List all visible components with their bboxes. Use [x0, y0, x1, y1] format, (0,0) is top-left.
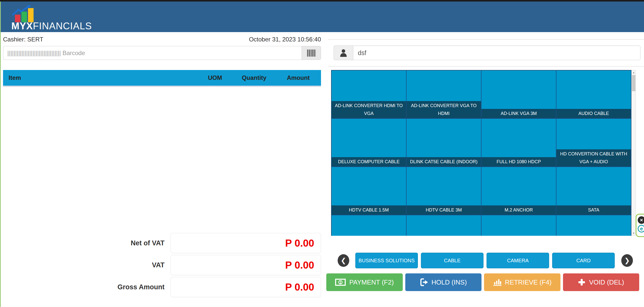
void-button[interactable]: VOID (DEL) — [563, 273, 639, 291]
product-tile[interactable]: HDTV CABLE 1.5M — [332, 167, 407, 215]
scrollbar-thumb[interactable] — [632, 75, 635, 91]
column-header-item: Item — [3, 74, 197, 81]
payment-button[interactable]: 1 PAYMENT (F2) — [326, 273, 403, 291]
product-tile[interactable]: M.2 ANCHOR — [481, 167, 556, 215]
payment-button-label: PAYMENT (F2) — [349, 278, 394, 286]
product-grid: AD-LINK CONVERTER HDMI TO VGA AD-LINK CO… — [331, 70, 631, 236]
barcode-input[interactable] — [3, 46, 302, 60]
product-tile-label: HDTV CABLE 1.5M — [332, 205, 406, 215]
total-row-vat: VAT P 0.00 — [3, 255, 321, 275]
product-tile[interactable] — [407, 215, 481, 236]
barcode-icon — [307, 50, 316, 57]
product-tile[interactable] — [481, 215, 556, 236]
product-tile[interactable]: DELUXE COMPUTER CABLE — [332, 119, 407, 167]
product-tile-label: DELUXE COMPUTER CABLE — [332, 157, 406, 167]
person-icon — [340, 49, 347, 57]
vat-label: VAT — [3, 255, 165, 275]
product-tile-label: AD-LINK VGA 3M — [481, 109, 556, 118]
scroll-down-arrow-icon[interactable]: ▼ — [632, 231, 636, 235]
product-tile[interactable]: AUDIO CABLE — [556, 70, 631, 119]
plus-icon — [578, 278, 585, 286]
hold-button[interactable]: HOLD (INS) — [405, 273, 482, 291]
retrieve-button-label: RETRIEVE (F4) — [505, 278, 552, 286]
gross-amount-label: Gross Amount — [3, 277, 165, 297]
product-tile-label: FULL HD 1080 HDCP — [481, 157, 556, 167]
brand-name-bold: MYX — [11, 21, 33, 31]
product-tile[interactable]: HDTV CABLE 3M — [407, 167, 481, 215]
product-tile-label: HD CONVERTION CABLE WITH VGA + AUDIO — [556, 149, 631, 167]
brand-name-light: FINANCIALS — [33, 21, 92, 31]
gross-amount-value: P 0.00 — [285, 281, 314, 293]
category-row: BUSINESS SOLUTIONS CABLE CAMERA CARD — [355, 253, 615, 268]
customer-addon — [334, 45, 353, 60]
total-row-net-of-vat: Net of VAT P 0.00 — [3, 233, 321, 253]
product-tile-label: AD-LINK CONVERTER HDMI TO VGA — [332, 101, 406, 118]
product-grid-scrollbar[interactable]: ▲ ▼ — [631, 70, 636, 236]
product-tile[interactable]: AD-LINK VGA 3M — [481, 70, 556, 119]
money-icon: 1 — [335, 278, 346, 286]
void-button-label: VOID (DEL) — [589, 278, 624, 286]
bar-chart-icon — [493, 278, 501, 286]
chevron-left-icon: ❮ — [341, 257, 346, 265]
customer-input[interactable] — [353, 45, 640, 60]
sign-out-icon — [420, 278, 428, 286]
product-tile-label: DLINK CAT5E CABLE (INDOOR) — [407, 157, 481, 167]
cashier-row: Cashier: SERT October 31, 2023 10:56:40 — [3, 35, 321, 44]
category-button-business-solutions[interactable]: BUSINESS SOLUTIONS — [355, 253, 418, 268]
product-tile[interactable]: HD CONVERTION CABLE WITH VGA + AUDIO — [556, 119, 631, 167]
navbar: MYXFINANCIALS — [1, 2, 644, 32]
barcode-group — [3, 46, 321, 60]
customer-group — [334, 45, 640, 60]
product-tile-label: AUDIO CABLE — [556, 109, 631, 118]
net-of-vat-label: Net of VAT — [3, 233, 165, 253]
product-tile-label: AD-LINK CONVERTER VGA TO HDMI — [407, 101, 481, 118]
right-panel-divider-top — [328, 39, 644, 40]
left-edge-strip — [0, 2, 1, 307]
items-table-header: Item UOM Quantity Amount — [3, 70, 321, 86]
total-row-gross-amount: Gross Amount P 0.00 — [3, 277, 321, 297]
items-table-header-shadow — [3, 86, 321, 87]
chevron-right-icon: ❯ — [624, 257, 630, 265]
pos-app: MYXFINANCIALS Cashier: SERT October 31, … — [0, 0, 644, 307]
product-tile[interactable]: DLINK CAT5E CABLE (INDOOR) — [407, 119, 481, 167]
product-tile[interactable]: FULL HD 1080 HDCP — [481, 119, 556, 167]
cashier-label: Cashier: SERT — [3, 36, 43, 43]
retrieve-button[interactable]: RETRIEVE (F4) — [484, 273, 560, 291]
category-button-card[interactable]: CARD — [552, 253, 615, 268]
brand-logo: MYXFINANCIALS — [6, 4, 112, 32]
column-header-uom: UOM — [197, 74, 233, 81]
product-tile-label: HDTV CABLE 3M — [407, 205, 481, 215]
hold-button-label: HOLD (INS) — [432, 278, 467, 286]
barcode-addon[interactable] — [302, 46, 321, 60]
column-header-amount: Amount — [276, 74, 321, 81]
net-of-vat-box: P 0.00 — [171, 233, 321, 253]
category-button-cable[interactable]: CABLE — [421, 253, 484, 268]
product-tile[interactable]: AD-LINK CONVERTER VGA TO HDMI — [407, 70, 481, 119]
scroll-up-arrow-icon[interactable]: ▲ — [632, 70, 636, 75]
net-of-vat-value: P 0.00 — [285, 238, 314, 249]
product-tile[interactable]: SATA — [556, 167, 631, 215]
product-tile[interactable]: AD-LINK CONVERTER HDMI TO VGA — [332, 70, 407, 119]
column-header-quantity: Quantity — [233, 74, 276, 81]
vat-value: P 0.00 — [285, 259, 314, 271]
product-tile[interactable] — [556, 215, 631, 236]
bar-chart-logo-icon — [12, 5, 40, 22]
extension-overlay-widget: ✕ e — [636, 214, 644, 237]
action-button-row: 1 PAYMENT (F2) HOLD (INS) RETRIEVE (F4) — [326, 273, 639, 291]
datetime-label: October 31, 2023 10:56:40 — [249, 36, 321, 43]
product-tile[interactable] — [332, 215, 407, 236]
product-tile-label: SATA — [556, 205, 631, 215]
category-button-camera[interactable]: CAMERA — [487, 253, 549, 268]
close-icon[interactable]: ✕ — [638, 216, 644, 224]
vat-box: P 0.00 — [171, 255, 321, 275]
e-badge-icon[interactable]: e — [638, 225, 644, 232]
gross-amount-box: P 0.00 — [171, 277, 321, 297]
category-prev-button[interactable]: ❮ — [338, 254, 349, 267]
svg-text:1: 1 — [340, 280, 341, 284]
right-panel-divider-mid — [328, 66, 644, 67]
category-next-button[interactable]: ❯ — [621, 254, 633, 267]
product-tile-label: M.2 ANCHOR — [481, 205, 556, 215]
brand-name: MYXFINANCIALS — [11, 21, 92, 32]
